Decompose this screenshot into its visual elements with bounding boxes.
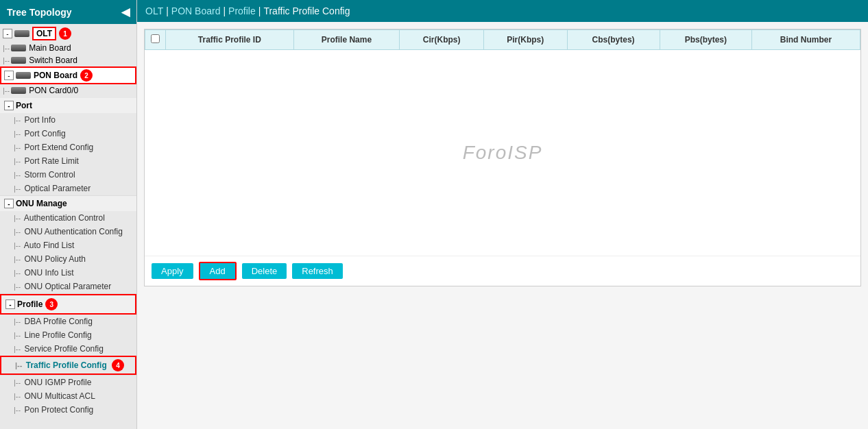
sidebar-item-line-profile-config[interactable]: |-- Line Profile Config [0,328,136,342]
breadcrumb-sep-2: | [223,5,226,16]
refresh-button[interactable]: Refresh [292,263,343,279]
sidebar-item-onu-policy-auth[interactable]: |-- ONU Policy Auth [0,252,136,266]
col-header-pir-kbps: Pir(Kbps) [483,30,567,50]
tree-olt-item[interactable]: - OLT 1 [0,25,136,42]
pon-card-label: PON Card0/0 [29,86,78,95]
sidebar-item-pon-protect-config[interactable]: |-- Pon Protect Config [0,403,136,417]
col-header-cbs-bytes: Cbs(bytes) [567,30,660,50]
sidebar-item-auto-find-list[interactable]: |-- Auto Find List [0,238,136,252]
breadcrumb-traffic-profile-config: Traffic Profile Config [263,5,350,16]
breadcrumb-olt[interactable]: OLT [145,5,163,16]
main-layout: Tree Topology ◀ - OLT 1 |-- Main Board [0,0,868,429]
sidebar-item-port-extend-config[interactable]: |-- Port Extend Config [0,140,136,154]
watermark-text: ForoISP [463,142,543,164]
breadcrumb-pon-board[interactable]: PON Board [171,5,221,16]
olt-badge: 1 [59,27,71,40]
select-all-checkbox[interactable] [151,34,160,43]
sidebar-item-service-profile-config[interactable]: |-- Service Profile Config [0,342,136,356]
profile-badge: 3 [45,298,58,310]
tree-pon-board-item[interactable]: - PON Board 2 [0,66,136,84]
add-button[interactable]: Add [199,262,237,280]
pon-card-icon [11,87,26,94]
olt-expand-icon[interactable]: - [3,29,12,38]
port-expand-icon[interactable]: - [4,101,14,110]
sidebar-item-port-info[interactable]: |-- Port Info [0,113,136,127]
content-header: OLT | PON Board | Profile | Traffic Prof… [137,0,868,22]
col-header-checkbox [145,30,166,50]
sidebar-title-bar: Tree Topology ◀ [0,0,136,24]
sidebar-item-onu-auth-config[interactable]: |-- ONU Authentication Config [0,225,136,238]
sidebar-item-onu-igmp-profile[interactable]: |-- ONU IGMP Profile [0,376,136,389]
onu-manage-section: - ONU Manage |-- Authentication Control … [0,196,136,294]
main-content: OLT | PON Board | Profile | Traffic Prof… [137,0,868,429]
olt-device-icon [14,30,29,37]
breadcrumb-sep-1: | [166,5,169,16]
sidebar-item-port-config[interactable]: |-- Port Config [0,127,136,140]
sidebar-item-auth-control[interactable]: |-- Authentication Control [0,211,136,225]
sidebar-item-traffic-profile-config[interactable]: |-- Traffic Profile Config 4 [0,356,136,375]
col-header-cir-kbps: Cir(Kbps) [400,30,484,50]
port-section-label: Port [16,101,32,110]
breadcrumb-sep-3: | [258,5,261,16]
onu-manage-expand-icon[interactable]: - [4,199,14,208]
sidebar-title-text: Tree Topology [7,7,72,18]
apply-button[interactable]: Apply [152,263,193,279]
sidebar-item-port-rate-limit[interactable]: |-- Port Rate Limit [0,154,136,168]
switch-board-connector: |-- [3,56,10,64]
sidebar-collapse-icon[interactable]: ◀ [121,5,130,19]
content-body: Traffic Profile ID Profile Name Cir(Kbps… [137,22,868,300]
app-container: Tree Topology ◀ - OLT 1 |-- Main Board [0,0,868,429]
pon-board-label: PON Board [34,71,77,80]
profile-menu-items: |-- DBA Profile Config |-- Line Profile … [0,315,136,375]
profile-section-header[interactable]: - Profile 3 [0,294,136,315]
traffic-profile-badge: 4 [112,359,124,371]
port-menu-items: |-- Port Info |-- Port Config |-- Port E… [0,113,136,195]
profile-section: - Profile 3 |-- DBA Profile Config |-- L… [0,294,136,376]
sidebar-item-dba-profile-config[interactable]: |-- DBA Profile Config [0,315,136,328]
switch-board-label: Switch Board [29,56,77,65]
sidebar-item-optical-parameter[interactable]: |-- Optical Parameter [0,182,136,195]
tree-main-board-item[interactable]: |-- Main Board [0,42,136,54]
sidebar: Tree Topology ◀ - OLT 1 |-- Main Board [0,0,137,429]
onu-manage-section-header[interactable]: - ONU Manage [0,196,136,211]
pon-board-expand-icon[interactable]: - [4,71,14,80]
col-header-traffic-profile-id: Traffic Profile ID [166,30,294,50]
onu-manage-section-label: ONU Manage [16,199,67,208]
col-header-pbs-bytes: Pbs(bytes) [660,30,751,50]
onu-manage-menu-items: |-- Authentication Control |-- ONU Authe… [0,211,136,293]
port-section-header[interactable]: - Port [0,98,136,113]
pon-board-badge: 2 [80,69,93,82]
main-board-icon [11,45,26,51]
switch-board-icon [11,57,26,64]
pon-card-connector: |-- [3,86,10,95]
tree-pon-card-item[interactable]: |-- PON Card0/0 [0,84,136,97]
sidebar-item-onu-info-list[interactable]: |-- ONU Info List [0,266,136,280]
action-bar: Apply Add Delete Refresh [145,256,860,286]
sidebar-item-storm-control[interactable]: |-- Storm Control [0,168,136,182]
tree-olt-node: - OLT 1 |-- Main Board |-- Switch Board [0,24,136,98]
watermark-area: ForoISP [145,50,860,256]
pon-board-icon [16,72,31,79]
port-section: - Port |-- Port Info |-- Port Config |--… [0,98,136,196]
profile-section-label: Profile [17,299,43,309]
traffic-profile-table: Traffic Profile ID Profile Name Cir(Kbps… [145,29,860,50]
col-header-bind-number: Bind Number [751,30,860,50]
main-board-connector: |-- [3,44,10,52]
olt-label: OLT [32,27,56,40]
tree-switch-board-item[interactable]: |-- Switch Board [0,54,136,66]
profile-expand-icon[interactable]: - [5,299,15,309]
sidebar-item-onu-optical-param[interactable]: |-- ONU Optical Parameter [0,280,136,293]
delete-button[interactable]: Delete [242,263,287,279]
main-board-label: Main Board [29,43,71,53]
extra-menu-items: |-- ONU IGMP Profile |-- ONU Multicast A… [0,376,136,417]
table-section: Traffic Profile ID Profile Name Cir(Kbps… [144,29,861,286]
sidebar-item-onu-multicast-acl[interactable]: |-- ONU Multicast ACL [0,389,136,403]
col-header-profile-name: Profile Name [293,30,400,50]
breadcrumb-profile[interactable]: Profile [228,5,256,16]
